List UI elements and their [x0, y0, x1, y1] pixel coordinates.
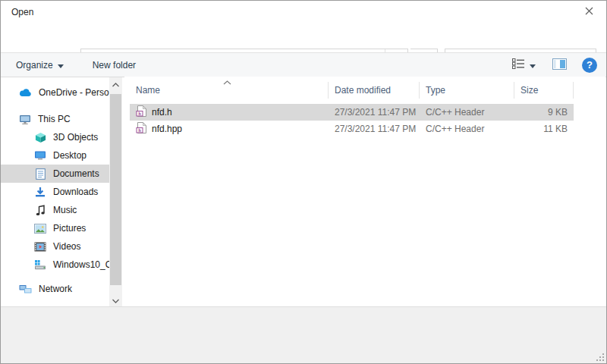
- navigation-pane: OneDrive - Person This PC 3D Objects Des…: [1, 77, 122, 306]
- open-dialog-window: Open ← → ↑ « GitHu: [0, 0, 607, 364]
- title-bar[interactable]: Open: [1, 1, 606, 24]
- column-header-size[interactable]: Size: [514, 82, 574, 99]
- sidebar-item-label: This PC: [38, 114, 71, 124]
- close-icon: [585, 7, 593, 17]
- svg-text:h: h: [138, 127, 141, 133]
- sidebar-item-label: Documents: [53, 168, 99, 179]
- sidebar-item-label: Pictures: [53, 223, 86, 234]
- file-date-modified: 27/3/2021 11:47 PM: [329, 107, 420, 118]
- music-note-icon: [34, 204, 46, 216]
- sidebar-item-this-pc[interactable]: This PC: [1, 110, 109, 128]
- sidebar-item-videos[interactable]: Videos: [1, 237, 109, 256]
- resize-grip[interactable]: [596, 353, 604, 361]
- file-type: C/C++ Header: [420, 107, 514, 118]
- file-rows: h nfd.h 27/3/2021 11:47 PM C/C++ Header …: [130, 104, 574, 137]
- close-button[interactable]: [577, 4, 600, 20]
- file-row-nfd-h[interactable]: h nfd.h 27/3/2021 11:47 PM C/C++ Header …: [130, 104, 574, 121]
- help-button[interactable]: ?: [582, 58, 597, 73]
- sidebar-item-windows10-os[interactable]: Windows10_OS (: [1, 256, 109, 274]
- sidebar-item-desktop[interactable]: Desktop: [1, 146, 109, 165]
- preview-pane-icon: [552, 61, 567, 72]
- window-title: Open: [11, 7, 33, 17]
- sidebar-item-label: Desktop: [53, 150, 86, 161]
- svg-text:h: h: [138, 111, 141, 116]
- hard-drive-icon: [34, 259, 46, 271]
- sidebar-item-documents[interactable]: Documents: [1, 165, 109, 183]
- chevron-up-icon: [112, 79, 119, 89]
- header-file-icon: h: [136, 122, 146, 136]
- sidebar-item-downloads[interactable]: Downloads: [1, 183, 109, 201]
- file-type: C/C++ Header: [420, 124, 514, 134]
- sidebar-item-music[interactable]: Music: [1, 201, 109, 219]
- picture-icon: [34, 222, 46, 234]
- sidebar-item-3d-objects[interactable]: 3D Objects: [1, 128, 109, 146]
- chevron-down-icon: [112, 295, 119, 306]
- column-header-type[interactable]: Type: [420, 82, 514, 99]
- scrollbar-down-button[interactable]: [109, 293, 122, 306]
- new-folder-button[interactable]: New folder: [85, 53, 143, 77]
- sidebar-item-label: 3D Objects: [53, 132, 98, 143]
- sidebar-item-pictures[interactable]: Pictures: [1, 219, 109, 237]
- command-toolbar: Organize New folder ?: [1, 52, 606, 77]
- organize-label: Organize: [16, 60, 53, 71]
- film-strip-icon: [34, 240, 46, 253]
- cloud-icon: [19, 86, 32, 99]
- scrollbar-thumb[interactable]: [110, 94, 121, 285]
- chevron-down-icon: [530, 60, 536, 71]
- file-date-modified: 27/3/2021 11:47 PM: [329, 124, 420, 134]
- sidebar-scrollbar[interactable]: [109, 77, 122, 306]
- network-icon: [19, 283, 32, 295]
- monitor-icon: [19, 113, 31, 125]
- file-name: nfd.hpp: [152, 124, 182, 134]
- download-icon: [34, 186, 46, 198]
- sidebar-item-label: Videos: [53, 241, 80, 252]
- toolbar-view-controls: ?: [512, 53, 597, 77]
- file-name: nfd.h: [152, 107, 172, 118]
- column-header-date-modified[interactable]: Date modified: [329, 82, 420, 99]
- sort-ascending-icon: [223, 77, 231, 87]
- change-view-button[interactable]: [512, 58, 536, 71]
- chevron-down-icon: [58, 60, 64, 71]
- sidebar-item-network[interactable]: Network: [1, 280, 109, 298]
- navigation-bar: ← → ↑ « GitHub › nativefiledialog › src: [1, 24, 606, 52]
- sidebar-item-label: Windows10_OS (: [53, 259, 109, 270]
- preview-pane-button[interactable]: [552, 58, 567, 72]
- file-size: 11 KB: [514, 124, 574, 134]
- column-headers: Name Date modified Type Size: [130, 77, 574, 99]
- file-size: 9 KB: [514, 107, 574, 118]
- bottom-bar: File name: Headers (*.h;*.hpp) Open Canc…: [1, 306, 606, 363]
- file-list: Name Date modified Type Size h nfd.h 27/…: [124, 77, 605, 306]
- organize-button[interactable]: Organize: [8, 53, 71, 77]
- sidebar-item-label: Music: [53, 205, 77, 215]
- new-folder-label: New folder: [93, 60, 136, 71]
- cube-icon: [34, 131, 46, 143]
- details-view-icon: [512, 58, 525, 71]
- help-question-icon: ?: [587, 59, 593, 71]
- sidebar-item-label: Downloads: [53, 187, 98, 197]
- sidebar-item-label: OneDrive - Person: [39, 87, 109, 98]
- document-icon: [34, 168, 46, 180]
- header-file-icon: h: [136, 105, 146, 119]
- file-row-nfd-hpp[interactable]: h nfd.hpp 27/3/2021 11:47 PM C/C++ Heade…: [130, 121, 574, 137]
- sidebar-item-onedrive[interactable]: OneDrive - Person: [1, 83, 109, 102]
- desktop-icon: [34, 149, 46, 162]
- sidebar-item-label: Network: [39, 284, 72, 294]
- scrollbar-up-button[interactable]: [109, 77, 122, 90]
